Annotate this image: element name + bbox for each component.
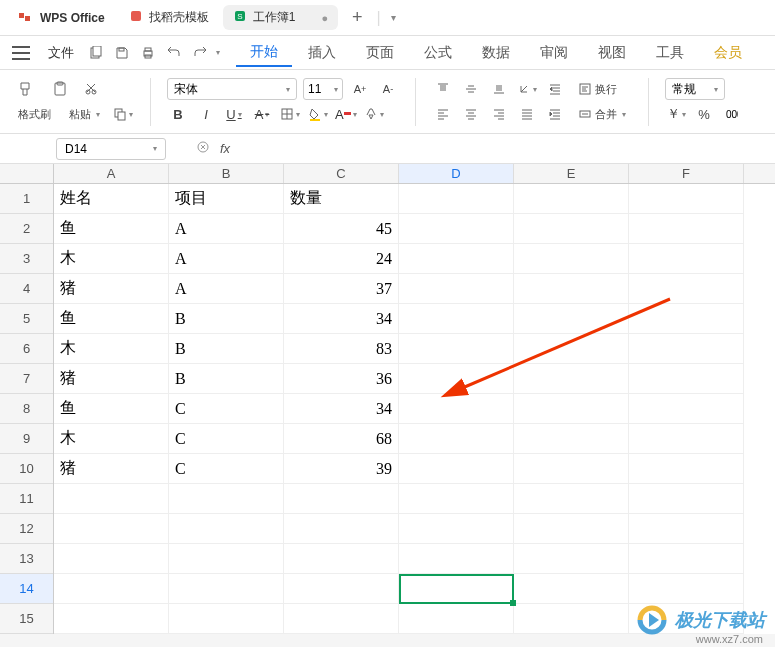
align-middle-button[interactable] <box>460 78 482 100</box>
row-header[interactable]: 5 <box>0 304 53 334</box>
cell[interactable] <box>629 214 744 244</box>
cell[interactable] <box>284 514 399 544</box>
cell[interactable] <box>169 514 284 544</box>
cell[interactable] <box>514 484 629 514</box>
font-color-button[interactable]: A▾ <box>335 103 357 125</box>
cell[interactable] <box>169 604 284 634</box>
align-center-button[interactable] <box>460 103 482 125</box>
row-header[interactable]: 14 <box>0 574 53 604</box>
cell[interactable] <box>399 304 514 334</box>
cell[interactable] <box>284 604 399 634</box>
clear-format-button[interactable]: ▾ <box>363 103 385 125</box>
cell[interactable] <box>169 574 284 604</box>
cell[interactable] <box>399 454 514 484</box>
name-box-chevron-icon[interactable]: ▾ <box>153 144 157 153</box>
cell[interactable] <box>399 274 514 304</box>
row-header[interactable]: 4 <box>0 274 53 304</box>
strikethrough-button[interactable]: A▾ <box>251 103 273 125</box>
cell[interactable] <box>399 484 514 514</box>
row-header[interactable]: 8 <box>0 394 53 424</box>
formula-input[interactable] <box>238 138 767 160</box>
format-brush-button[interactable] <box>12 78 40 100</box>
tab-menu-chevron-icon[interactable]: ▾ <box>391 12 396 23</box>
col-header-f[interactable]: F <box>629 164 744 183</box>
workbook-tab[interactable]: S 工作簿1 ● <box>223 5 338 30</box>
italic-button[interactable]: I <box>195 103 217 125</box>
merge-button[interactable]: 合并▾ <box>572 104 632 125</box>
cell[interactable] <box>54 544 169 574</box>
cell[interactable]: A <box>169 214 284 244</box>
cell[interactable] <box>399 244 514 274</box>
row-header[interactable]: 1 <box>0 184 53 214</box>
cells-grid[interactable]: 姓名项目数量鱼A45木A24猪A37鱼B34木B83猪B36鱼C34木C68猪C… <box>54 184 744 634</box>
align-left-button[interactable] <box>432 103 454 125</box>
cell[interactable]: 39 <box>284 454 399 484</box>
cell[interactable] <box>399 184 514 214</box>
cell[interactable] <box>514 334 629 364</box>
row-header[interactable]: 6 <box>0 334 53 364</box>
fill-color-button[interactable]: ▾ <box>307 103 329 125</box>
cell[interactable]: 木 <box>54 424 169 454</box>
align-top-button[interactable] <box>432 78 454 100</box>
justify-button[interactable] <box>516 103 538 125</box>
cell[interactable] <box>629 484 744 514</box>
tab-start[interactable]: 开始 <box>236 39 292 67</box>
cell[interactable]: A <box>169 274 284 304</box>
tab-page[interactable]: 页面 <box>352 40 408 66</box>
decrease-indent-button[interactable] <box>544 78 566 100</box>
cell[interactable]: B <box>169 334 284 364</box>
cell[interactable]: 猪 <box>54 274 169 304</box>
cell[interactable] <box>514 424 629 454</box>
cell[interactable] <box>514 184 629 214</box>
cell[interactable]: 猪 <box>54 454 169 484</box>
cell[interactable]: C <box>169 394 284 424</box>
paste-label[interactable]: 粘贴▾ <box>63 104 106 125</box>
cell[interactable] <box>399 544 514 574</box>
tab-data[interactable]: 数据 <box>468 40 524 66</box>
cell[interactable] <box>284 574 399 604</box>
fx-icon[interactable]: fx <box>220 141 230 156</box>
col-header-e[interactable]: E <box>514 164 629 183</box>
decrease-font-button[interactable]: A- <box>377 78 399 100</box>
cell[interactable]: 鱼 <box>54 214 169 244</box>
row-header[interactable]: 3 <box>0 244 53 274</box>
name-box[interactable]: D14 ▾ <box>56 138 166 160</box>
bold-button[interactable]: B <box>167 103 189 125</box>
app-tab[interactable]: WPS Office <box>8 6 115 30</box>
cancel-icon[interactable] <box>196 140 210 158</box>
row-header[interactable]: 11 <box>0 484 53 514</box>
currency-button[interactable]: ￥▾ <box>665 103 687 125</box>
format-brush-label[interactable]: 格式刷 <box>12 104 57 125</box>
row-header[interactable]: 7 <box>0 364 53 394</box>
cell[interactable] <box>399 214 514 244</box>
cell[interactable] <box>629 514 744 544</box>
tab-insert[interactable]: 插入 <box>294 40 350 66</box>
col-header-b[interactable]: B <box>169 164 284 183</box>
print-icon[interactable] <box>140 45 156 61</box>
cell[interactable]: 34 <box>284 304 399 334</box>
cell[interactable] <box>629 274 744 304</box>
cell[interactable]: 鱼 <box>54 394 169 424</box>
cell[interactable] <box>514 574 629 604</box>
row-header[interactable]: 2 <box>0 214 53 244</box>
row-header[interactable]: 10 <box>0 454 53 484</box>
wrap-text-button[interactable]: 换行 <box>572 79 623 100</box>
cell[interactable]: 猪 <box>54 364 169 394</box>
cell[interactable] <box>399 574 514 604</box>
cell[interactable] <box>629 184 744 214</box>
row-header[interactable]: 9 <box>0 424 53 454</box>
increase-indent-button[interactable] <box>544 103 566 125</box>
tab-review[interactable]: 审阅 <box>526 40 582 66</box>
cell[interactable]: 34 <box>284 394 399 424</box>
tab-member[interactable]: 会员 <box>700 40 756 66</box>
row-header[interactable]: 15 <box>0 604 53 634</box>
cell[interactable] <box>284 484 399 514</box>
underline-button[interactable]: U▾ <box>223 103 245 125</box>
cell[interactable]: 36 <box>284 364 399 394</box>
cell[interactable] <box>284 544 399 574</box>
col-header-d[interactable]: D <box>399 164 514 183</box>
number-format-select[interactable]: 常规▾ <box>665 78 725 100</box>
cell[interactable] <box>514 244 629 274</box>
tab-tools[interactable]: 工具 <box>642 40 698 66</box>
cell[interactable] <box>514 274 629 304</box>
